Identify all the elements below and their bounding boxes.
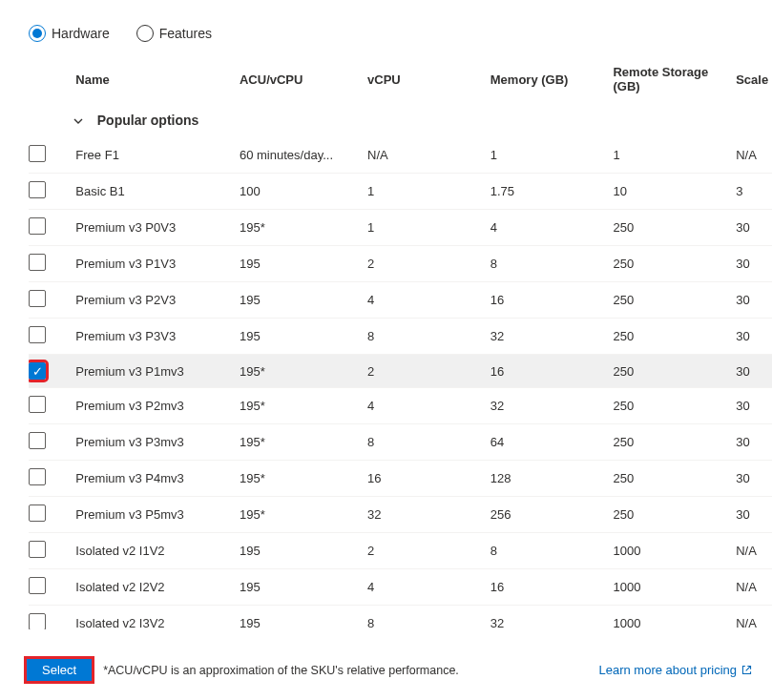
group-label: Popular options [97, 113, 199, 128]
cell-rs: 250 [613, 497, 736, 533]
cell-memory: 4 [490, 210, 614, 246]
cell-scale: 30 [736, 282, 772, 319]
row-checkbox[interactable] [29, 217, 46, 235]
cell-name: Isolated v2 I2V2 [75, 569, 240, 606]
cell-scale: N/A [736, 137, 772, 174]
cell-rs: 250 [613, 461, 736, 497]
select-button[interactable]: Select [27, 659, 92, 681]
cell-memory: 1 [490, 137, 614, 174]
cell-name: Premium v3 P4mv3 [75, 461, 240, 497]
table-row[interactable]: Premium v3 P5mv3195*3225625030 [29, 497, 772, 533]
cell-memory: 1.75 [490, 174, 614, 210]
cell-rs: 250 [613, 210, 736, 246]
cell-vcpu: 4 [367, 388, 490, 424]
learn-more-link[interactable]: Learn more about pricing [598, 663, 753, 677]
row-checkbox[interactable] [29, 577, 46, 594]
radio-features-label: Features [159, 26, 212, 41]
table-row[interactable]: Premium v3 P4mv3195*1612825030 [29, 461, 772, 497]
footnote-text: *ACU/vCPU is an approximation of the SKU… [103, 664, 459, 677]
cell-name: Premium v3 P0V3 [75, 210, 240, 246]
row-checkbox[interactable] [29, 396, 46, 413]
cell-acu: 195 [240, 606, 367, 630]
col-vcpu[interactable]: vCPU [367, 55, 490, 103]
cell-scale: 30 [736, 246, 772, 282]
cell-acu: 195* [240, 424, 367, 461]
cell-vcpu: 4 [367, 282, 490, 319]
cell-memory: 8 [490, 533, 614, 569]
row-checkbox[interactable] [29, 326, 46, 343]
table-row[interactable]: Premium v3 P0V3195*1425030 [29, 210, 772, 246]
cell-rs: 250 [613, 282, 736, 319]
cell-scale: 3 [736, 174, 772, 210]
cell-memory: 32 [490, 319, 614, 355]
cell-vcpu: 4 [367, 569, 490, 606]
row-checkbox[interactable] [29, 145, 46, 162]
cell-rs: 250 [613, 388, 736, 424]
row-checkbox[interactable] [29, 290, 46, 307]
table-row[interactable]: ✓Premium v3 P1mv3195*21625030 [29, 355, 772, 388]
row-checkbox[interactable] [29, 468, 46, 485]
learn-more-label: Learn more about pricing [598, 663, 737, 677]
cell-name: Premium v3 P2mv3 [75, 388, 240, 424]
cell-acu: 195 [240, 282, 367, 319]
cell-acu: 100 [240, 174, 367, 210]
table-row[interactable]: Premium v3 P2V319541625030 [29, 282, 772, 319]
radio-features[interactable]: Features [136, 25, 212, 42]
cell-memory: 64 [490, 424, 614, 461]
table-row[interactable]: Premium v3 P3V319583225030 [29, 319, 772, 355]
cell-rs: 250 [613, 319, 736, 355]
row-checkbox[interactable] [29, 181, 46, 198]
row-checkbox[interactable] [29, 541, 46, 558]
footer: Select *ACU/vCPU is an approximation of … [0, 644, 772, 700]
table-row[interactable]: Premium v3 P1V31952825030 [29, 246, 772, 282]
cell-acu: 195 [240, 569, 367, 606]
col-acu[interactable]: ACU/vCPU [240, 55, 367, 103]
table-row[interactable]: Isolated v2 I2V21954161000N/A [29, 569, 772, 606]
radio-hardware-label: Hardware [52, 26, 110, 41]
table-row[interactable]: Premium v3 P3mv3195*86425030 [29, 424, 772, 461]
cell-acu: 195* [240, 461, 367, 497]
cell-rs: 1000 [613, 606, 736, 630]
table-row[interactable]: Isolated v2 I1V2195281000N/A [29, 533, 772, 569]
table-row[interactable]: Free F160 minutes/day...N/A11N/A [29, 137, 772, 174]
radio-hardware[interactable]: Hardware [29, 25, 110, 42]
radio-unselected-icon [136, 25, 154, 42]
cell-acu: 195* [240, 497, 367, 533]
col-remote-storage[interactable]: Remote Storage (GB) [613, 55, 736, 103]
cell-scale: N/A [736, 569, 772, 606]
cell-acu: 195 [240, 533, 367, 569]
cell-memory: 8 [490, 246, 614, 282]
table-row[interactable]: Isolated v2 I3V21958321000N/A [29, 606, 772, 630]
row-checkbox[interactable]: ✓ [29, 362, 46, 380]
cell-name: Premium v3 P5mv3 [75, 497, 240, 533]
cell-rs: 1000 [613, 569, 736, 606]
cell-vcpu: 32 [367, 497, 490, 533]
view-mode-radios: Hardware Features [0, 0, 772, 55]
cell-vcpu: 2 [367, 355, 490, 388]
row-checkbox[interactable] [29, 432, 46, 449]
row-checkbox[interactable] [29, 504, 46, 522]
cell-acu: 195* [240, 355, 367, 388]
cell-name: Premium v3 P3V3 [75, 319, 240, 355]
cell-name: Premium v3 P3mv3 [75, 424, 240, 461]
col-name[interactable]: Name [75, 55, 240, 103]
row-checkbox[interactable] [29, 254, 46, 271]
cell-memory: 32 [490, 388, 614, 424]
cell-scale: 30 [736, 388, 772, 424]
group-header[interactable]: Popular options [29, 103, 772, 137]
cell-name: Isolated v2 I1V2 [75, 533, 240, 569]
cell-scale: N/A [736, 606, 772, 630]
cell-vcpu: 1 [367, 210, 490, 246]
table-row[interactable]: Basic B110011.75103 [29, 174, 772, 210]
col-memory[interactable]: Memory (GB) [490, 55, 614, 103]
cell-name: Premium v3 P1V3 [75, 246, 240, 282]
col-scale[interactable]: Scale (instan [736, 55, 772, 103]
table-row[interactable]: Premium v3 P2mv3195*43225030 [29, 388, 772, 424]
cell-acu: 60 minutes/day... [240, 137, 367, 174]
row-checkbox[interactable] [29, 613, 46, 629]
cell-vcpu: 8 [367, 319, 490, 355]
cell-vcpu: 2 [367, 533, 490, 569]
cell-rs: 250 [613, 424, 736, 461]
cell-name: Premium v3 P1mv3 [75, 355, 240, 388]
cell-memory: 16 [490, 282, 614, 319]
